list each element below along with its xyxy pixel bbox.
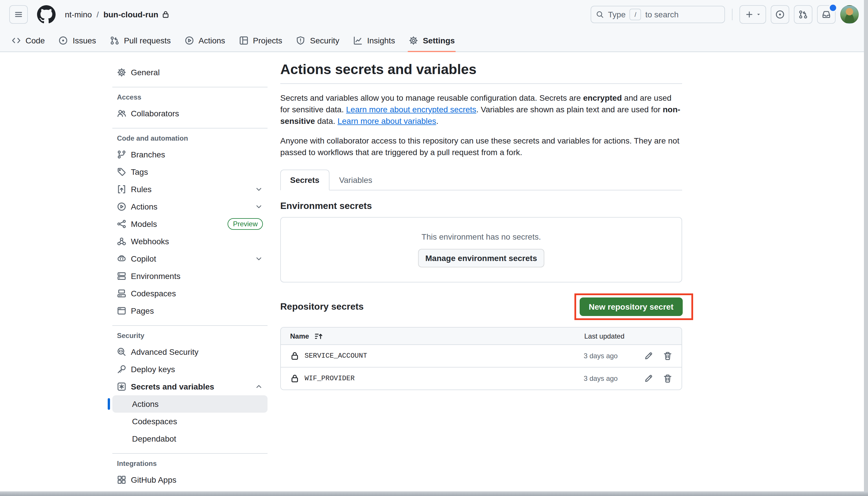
sidebar-section-integrations: Integrations [112,460,268,468]
key-icon [117,365,126,374]
breadcrumb-owner[interactable]: nt-mino [65,10,92,19]
sidebar-item-branches[interactable]: Branches [112,146,268,163]
secret-row: WIF_PROVIDER3 days ago [281,367,682,389]
asterisk-icon [117,382,126,391]
sidebar-item-deploy-keys[interactable]: Deploy keys [112,360,268,378]
breadcrumb-repo[interactable]: bun-cloud-run [103,10,170,19]
secret-name: WIF_PROVIDER [305,374,355,383]
sidebar-item-actions[interactable]: Actions [112,198,268,215]
codespaces-icon [117,289,126,298]
environment-secrets-heading: Environment secrets [280,201,682,211]
header-actions: Type / to search [591,5,859,24]
people-icon [117,109,126,118]
tab-projects[interactable]: Projects [234,29,287,51]
issue-opened-icon [59,35,68,45]
tab-insights[interactable]: Insights [349,29,400,51]
new-repository-secret-button[interactable]: New repository secret [579,297,683,316]
gear-icon [117,68,126,77]
sidebar-item-tags[interactable]: Tags [112,163,268,181]
sidebar-item-models[interactable]: ModelsPreview [112,215,268,233]
sidebar-item-secrets-and-variables[interactable]: Secrets and variables [112,378,268,395]
codescan-icon [117,347,126,357]
unread-notification-dot [828,3,837,12]
sidebar-item-codespaces[interactable]: Codespaces [112,285,268,302]
pencil-icon [644,374,653,383]
intro-text: Secrets and variables allow you to manag… [280,93,583,103]
sidebar-item-environments[interactable]: Environments [112,267,268,285]
sidebar-item-webhooks[interactable]: Webhooks [112,233,268,250]
sidebar-item-advanced-security[interactable]: Advanced Security [112,343,268,360]
sidebar-subitem-dependabot[interactable]: Dependabot [112,430,268,447]
create-new-button[interactable] [740,5,766,24]
sidebar-item-label: Branches [131,150,263,159]
tab-settings[interactable]: Settings [404,29,459,51]
edit-secret-button[interactable] [644,374,653,383]
repo-nav: CodeIssuesPull requestsActionsProjectsSe… [0,29,868,52]
user-avatar[interactable] [840,5,859,24]
trash-icon [663,374,672,383]
manage-environment-secrets-button[interactable]: Manage environment secrets [418,249,545,267]
tab-secrets[interactable]: Secrets [280,170,329,190]
issues-dashboard-button[interactable] [771,5,789,24]
environment-secrets-box: This environment has no secrets. Manage … [280,217,682,282]
git-pull-request-icon [110,35,119,45]
vertical-scrollbar[interactable] [864,0,868,491]
secrets-variables-tabnav: Secrets Variables [280,170,682,190]
repository-secrets-header: Repository secrets New repository secret [280,294,682,320]
sidebar-item-copilot[interactable]: Copilot [112,250,268,267]
rules-icon [117,185,126,194]
sidebar-item-label: Codespaces [131,289,263,298]
edit-secret-button[interactable] [644,351,653,360]
tab-pull-requests[interactable]: Pull requests [105,29,176,51]
sidebar-item-pages[interactable]: Pages [112,302,268,320]
sidebar-subitem-codespaces[interactable]: Codespaces [112,413,268,430]
sidebar-item-label: Deploy keys [131,365,263,374]
sidebar-item-label: Pages [131,306,263,315]
secret-name-cell: WIF_PROVIDER [290,374,584,383]
search-placeholder-prefix: Type [608,10,626,19]
tab-label: Code [26,35,45,45]
sort-ascending-icon [314,331,323,341]
sidebar-item-collaborators[interactable]: Collaborators [112,105,268,122]
intro-text: . [436,116,439,126]
shield-icon [296,35,305,45]
copilot-icon [117,254,126,263]
pull-requests-dashboard-button[interactable] [794,5,812,24]
secret-name-cell: SERVICE_ACCOUNT [290,351,584,360]
tab-security[interactable]: Security [292,29,344,51]
settings-page-body: GeneralAccessCollaboratorsCode and autom… [0,52,868,496]
name-header-label: Name [290,332,309,340]
hamburger-menu-button[interactable] [9,5,28,24]
link-encrypted-secrets[interactable]: Learn more about encrypted secrets [346,105,476,114]
graph-icon [353,35,363,45]
breadcrumb-separator: / [96,10,99,19]
tab-variables[interactable]: Variables [329,170,382,190]
sidebar-item-label: Actions [131,202,250,211]
sidebar-item-github-apps[interactable]: GitHub Apps [112,471,268,489]
link-variables[interactable]: Learn more about variables [338,116,436,126]
tab-issues[interactable]: Issues [54,29,101,51]
sidebar-item-label: Rules [131,185,250,194]
delete-secret-button[interactable] [663,351,672,360]
sidebar-item-rules[interactable]: Rules [112,181,268,198]
repository-secrets-heading: Repository secrets [280,301,364,312]
sidebar-subitem-actions[interactable]: Actions [112,395,268,413]
intro-paragraph: Secrets and variables allow you to manag… [280,92,682,127]
tab-actions[interactable]: Actions [180,29,230,51]
sidebar-divider [112,128,268,128]
tab-code[interactable]: Code [7,29,49,51]
sidebar-item-general[interactable]: General [112,64,268,81]
delete-secret-button[interactable] [663,374,672,383]
column-header-name[interactable]: Name [290,331,584,341]
table-header-row: Name Last updated [281,328,682,345]
search-input[interactable]: Type / to search [591,6,725,23]
sidebar-item-label: GitHub Apps [131,475,263,484]
issue-opened-icon [775,10,785,19]
sidebar-item-label: Copilot [131,254,250,263]
main-content: Actions secrets and variables Secrets an… [280,60,682,413]
sidebar-item-label: Collaborators [131,109,263,118]
horizontal-scrollbar[interactable] [0,491,868,496]
github-logo[interactable] [37,5,56,24]
inbox-icon [822,10,831,19]
sidebar-subitem-label: Dependabot [132,434,263,443]
